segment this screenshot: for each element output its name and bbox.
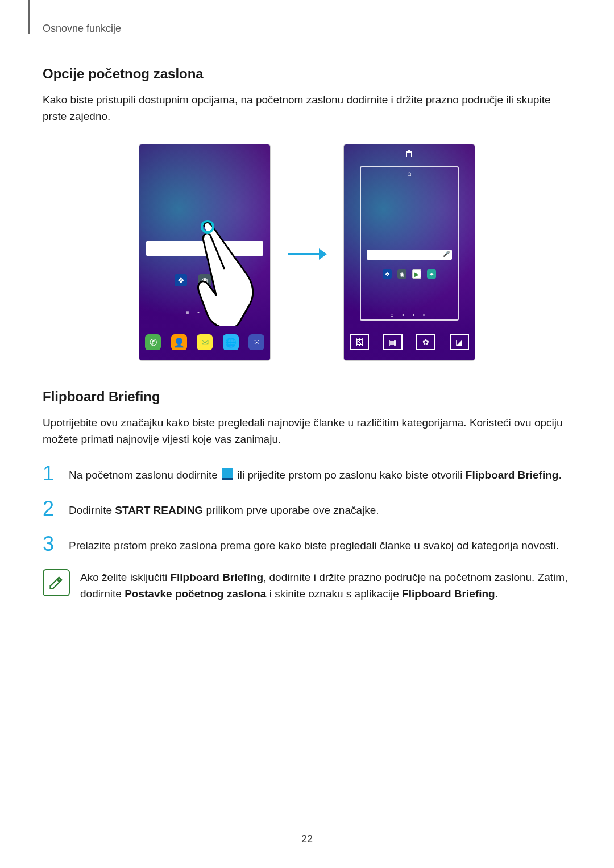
note-body: Ako želite isključiti Flipboard Briefing… xyxy=(80,569,571,603)
touch-hand-icon xyxy=(193,218,267,326)
mic-icon: 🎤 xyxy=(443,251,450,257)
document-page: Osnovne funkcije Opcije početnog zaslona… xyxy=(0,0,614,868)
step-bold: Flipboard Briefing xyxy=(466,469,559,481)
note-pencil-icon xyxy=(43,569,70,596)
section-heading-flipboard: Flipboard Briefing xyxy=(43,389,571,405)
page-indicator-dots: ≡ • • • xyxy=(344,312,475,318)
section-paragraph: Kako biste pristupili dostupnim opcijama… xyxy=(43,92,571,124)
step-body: Dodirnite START READING prilikom prve up… xyxy=(69,499,571,518)
step-body: Na početnom zaslonu dodirnite ili prijeđ… xyxy=(69,463,571,483)
step-number: 1 xyxy=(43,463,59,484)
mini-mid-icons: ❖ ◉ ▶ ✦ xyxy=(344,269,475,279)
wallpaper-icon: 🖼 xyxy=(350,334,369,350)
note-text: . xyxy=(495,588,498,600)
svg-marker-2 xyxy=(319,248,327,260)
figure-phone-edit-mode: 🗑 ⌂ 🎤 ❖ ◉ ▶ ✦ ≡ • • • 🖼 ▦ ✿ ◪ xyxy=(344,144,475,360)
figure-row: ❖ ◉ ▶ ≡ • • • ✆ 👤 ✉ 🌐 ⁙ xyxy=(43,144,571,360)
page-margin-marker xyxy=(28,0,30,34)
step-3: 3 Prelazite prstom preko zaslona prema g… xyxy=(43,534,571,554)
note-block: Ako želite isključiti Flipboard Briefing… xyxy=(43,569,571,603)
figure-phone-with-finger: ❖ ◉ ▶ ≡ • • • ✆ 👤 ✉ 🌐 ⁙ xyxy=(139,144,270,360)
arrow-right-icon xyxy=(287,238,327,267)
dropbox-icon: ❖ xyxy=(175,274,187,286)
step-text: ili prijeđite prstom po zaslonu kako bis… xyxy=(238,469,466,481)
step-2: 2 Dodirnite START READING prilikom prve … xyxy=(43,499,571,519)
messages-icon: ✉ xyxy=(197,334,213,350)
dropbox-icon: ❖ xyxy=(383,269,392,279)
note-bold: Postavke početnog zaslona xyxy=(125,588,266,600)
step-number: 2 xyxy=(43,499,59,519)
home-page-outline xyxy=(360,166,459,321)
section-intro: Upotrijebite ovu značajku kako biste pre… xyxy=(43,415,571,447)
flipboard-tile-icon xyxy=(222,468,233,480)
step-number: 3 xyxy=(43,534,59,554)
step-text: Prelazite prstom preko zaslona prema gor… xyxy=(69,539,559,551)
page-number: 22 xyxy=(0,833,614,845)
phone-icon: ✆ xyxy=(145,334,161,350)
camera-icon: ◉ xyxy=(397,269,406,279)
contacts-icon: 👤 xyxy=(171,334,187,350)
breadcrumb: Osnovne funkcije xyxy=(43,23,571,35)
step-1: 1 Na početnom zaslonu dodirnite ili prij… xyxy=(43,463,571,484)
note-bold: Flipboard Briefing xyxy=(170,571,263,583)
step-text: Dodirnite xyxy=(69,504,115,516)
widgets-icon: ▦ xyxy=(383,334,403,350)
trash-icon: 🗑 xyxy=(344,149,475,159)
app-icon: ✦ xyxy=(427,269,436,279)
home-dock-icons: ✆ 👤 ✉ 🌐 ⁙ xyxy=(145,334,264,350)
step-bold: START READING xyxy=(115,504,203,516)
play-store-icon: ▶ xyxy=(412,269,421,279)
apps-icon: ⁙ xyxy=(248,334,264,350)
settings-icon: ✿ xyxy=(416,334,435,350)
mini-search-bar xyxy=(367,250,452,260)
home-outline-icon: ⌂ xyxy=(344,169,475,177)
section-heading-home-options: Opcije početnog zaslona xyxy=(43,66,571,82)
step-body: Prelazite prstom preko zaslona prema gor… xyxy=(69,534,571,554)
steps-list: 1 Na početnom zaslonu dodirnite ili prij… xyxy=(43,463,571,554)
note-text: Ako želite isključiti xyxy=(80,571,170,583)
edit-mode-bottom-icons: 🖼 ▦ ✿ ◪ xyxy=(350,334,469,350)
step-text: . xyxy=(558,469,561,481)
browser-icon: 🌐 xyxy=(223,334,239,350)
step-text: prilikom prve uporabe ove značajke. xyxy=(203,504,379,516)
flipboard-icon: ◪ xyxy=(450,334,469,350)
note-bold: Flipboard Briefing xyxy=(402,588,495,600)
step-text: Na početnom zaslonu dodirnite xyxy=(69,469,221,481)
note-text: i skinite oznaku s aplikacije xyxy=(266,588,402,600)
